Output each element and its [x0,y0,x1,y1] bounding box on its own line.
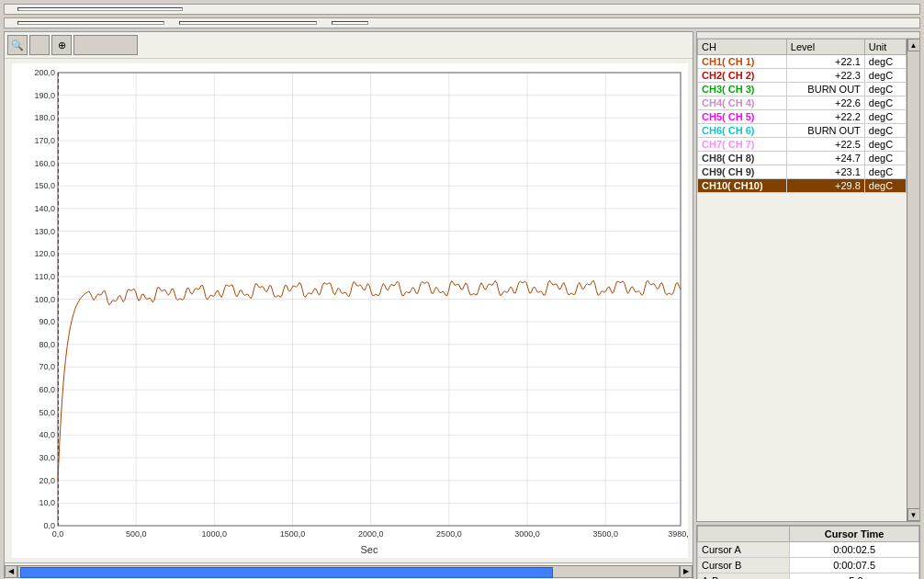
scroll-left-btn[interactable]: ◀ [5,565,17,578]
start-time-value [17,21,164,25]
y-axis-label [5,59,12,562]
capture-file-value [17,7,183,11]
scroll-up-btn[interactable]: ▲ [907,39,920,51]
capture-time-value [179,21,317,25]
waveform-row[interactable]: CH3( CH 3)BURN OUTdegC [698,83,907,96]
sampling-interval-value [332,21,368,25]
waveform-scrollbar[interactable]: ▲ ▼ [907,39,919,521]
main-chart-canvas[interactable] [12,63,688,558]
col-level: Level [786,40,864,55]
waveform-row[interactable]: CH5( CH 5)+22.2degC [698,110,907,124]
cursor-table: Cursor Time Cursor A0:00:02.5Cursor B0:0… [697,526,919,579]
plus-btn[interactable] [29,35,50,55]
cursor-panel: Cursor Time Cursor A0:00:02.5Cursor B0:0… [696,525,920,579]
file-name-bar [4,4,920,15]
waveform-title [697,32,919,39]
right-panel: CH Level Unit CH1( CH 1)+22.1degCCH2( CH… [696,31,920,579]
cursor-row: Cursor A0:00:02.5 [698,542,919,558]
waveform-row[interactable]: CH10( CH10)+29.8degC [698,179,907,193]
cursor-col-time: Cursor Time [790,527,919,542]
waveform-row[interactable]: CH6( CH 6)BURN OUTdegC [698,124,907,138]
cursor-row: Cursor B0:00:07.5 [698,558,919,573]
zoom-icon-btn[interactable]: 🔍 [7,35,28,55]
h-scrollbar-thumb[interactable] [20,567,553,578]
scroll-right-btn[interactable]: ▶ [680,565,693,578]
waveform-row[interactable]: CH9( CH 9)+23.1degC [698,165,907,179]
auto-scale-btn[interactable] [73,35,138,55]
h-scrollbar-container: ◀ ▶ [5,562,693,579]
cursor-col-empty [698,527,790,542]
waveform-row[interactable]: CH7( CH 7)+22.5degC [698,138,907,152]
waveform-row[interactable]: CH4( CH 4)+22.6degC [698,96,907,110]
scroll-down-btn[interactable]: ▼ [907,508,920,521]
chart-area [5,59,693,562]
col-unit: Unit [864,40,906,55]
waveform-table: CH Level Unit CH1( CH 1)+22.1degCCH2( CH… [697,39,907,193]
h-scrollbar[interactable] [17,565,680,578]
waveform-row[interactable]: CH2( CH 2)+22.3degC [698,69,907,83]
time-info-bar [4,17,920,28]
chart-toolbar: 🔍 ⊕ [5,32,693,59]
chart-panel: 🔍 ⊕ ◀ ▶ 0,0 [4,31,693,579]
cursor-row: A-B-5.0 [698,573,919,580]
waveform-panel: CH Level Unit CH1( CH 1)+22.1degCCH2( CH… [696,31,920,522]
chart-inner [12,59,693,562]
pan-btn[interactable]: ⊕ [51,35,72,55]
waveform-row[interactable]: CH8( CH 8)+24.7degC [698,152,907,165]
col-ch: CH [698,40,787,55]
waveform-row[interactable]: CH1( CH 1)+22.1degC [698,55,907,69]
